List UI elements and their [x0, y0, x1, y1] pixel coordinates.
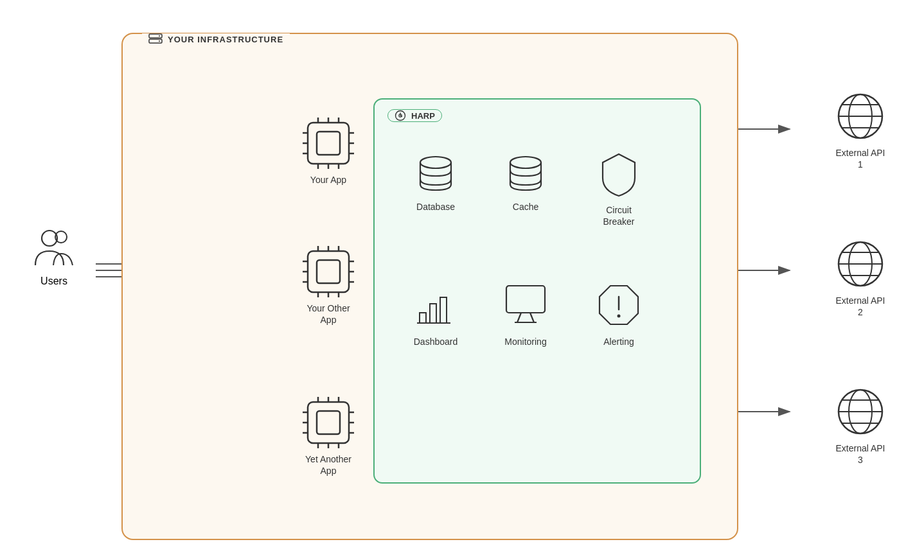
- svg-rect-48: [317, 411, 340, 434]
- yet-another-app-label: Yet AnotherApp: [305, 453, 351, 477]
- users-node: Users: [31, 225, 76, 287]
- infra-label-icon: [148, 33, 163, 46]
- cache-icon: [503, 151, 548, 196]
- cache-label: Cache: [513, 201, 538, 213]
- your-app-label: Your App: [310, 174, 346, 186]
- diagram-container: YOUR INFRASTRUCTURE HARP D: [19, 13, 905, 547]
- your-app-node: Your App: [303, 118, 354, 186]
- infra-label: YOUR INFRASTRUCTURE: [142, 33, 290, 46]
- ext-api-3-globe-icon: [835, 386, 886, 437]
- svg-rect-8: [420, 313, 426, 323]
- alerting-label: Alerting: [603, 336, 634, 347]
- svg-line-13: [517, 313, 521, 322]
- dashboard-label: Dashboard: [414, 336, 458, 347]
- alerting-node: Alerting: [596, 283, 641, 347]
- svg-rect-47: [308, 402, 349, 443]
- svg-rect-33: [308, 251, 349, 292]
- your-app-processor-icon: [303, 118, 354, 169]
- database-label: Database: [416, 201, 455, 213]
- svg-rect-34: [317, 260, 340, 283]
- svg-rect-19: [308, 123, 349, 164]
- svg-point-4: [159, 40, 160, 42]
- users-label: Users: [40, 276, 67, 287]
- ext-api-2-label: External API2: [835, 295, 885, 318]
- dashboard-icon: [413, 286, 458, 331]
- harp-label-text: HARP: [411, 111, 435, 121]
- yet-another-app-processor-icon: [303, 397, 354, 448]
- your-other-app-node: Your OtherApp: [303, 246, 354, 326]
- your-other-app-label: Your OtherApp: [307, 302, 350, 326]
- infra-box: YOUR INFRASTRUCTURE HARP D: [121, 33, 738, 540]
- ext-api-1-globe-icon: [835, 91, 886, 142]
- ext-api-3-node: External API3: [835, 386, 886, 466]
- svg-line-14: [530, 313, 534, 322]
- users-icon: [31, 225, 76, 270]
- svg-rect-12: [506, 286, 545, 313]
- svg-point-3: [159, 35, 160, 37]
- alerting-icon: [596, 283, 641, 331]
- ext-api-2-globe-icon: [835, 238, 886, 290]
- ext-api-1-label: External API1: [835, 147, 885, 170]
- cache-node: Cache: [503, 151, 548, 213]
- harp-box: HARP Database Ca: [373, 98, 701, 484]
- ext-api-3-label: External API3: [835, 442, 885, 466]
- svg-rect-9: [430, 304, 436, 323]
- ext-api-2-node: External API2: [835, 238, 886, 318]
- infra-label-text: YOUR INFRASTRUCTURE: [168, 35, 283, 44]
- circuit-breaker-node: CircuitBreaker: [596, 151, 641, 227]
- yet-another-app-node: Yet AnotherApp: [303, 397, 354, 477]
- circuit-breaker-icon: [596, 151, 641, 199]
- svg-point-6: [420, 157, 451, 168]
- svg-rect-10: [440, 297, 447, 323]
- your-other-app-processor-icon: [303, 246, 354, 297]
- svg-rect-20: [317, 132, 340, 155]
- monitoring-icon: [503, 283, 548, 331]
- dashboard-node: Dashboard: [413, 286, 458, 347]
- monitoring-node: Monitoring: [503, 283, 548, 347]
- monitoring-label: Monitoring: [504, 336, 546, 347]
- svg-point-7: [510, 157, 541, 168]
- harp-label: HARP: [387, 109, 442, 122]
- database-icon: [413, 151, 458, 196]
- circuit-breaker-label: CircuitBreaker: [603, 204, 634, 227]
- database-node: Database: [413, 151, 458, 213]
- svg-point-18: [617, 315, 621, 318]
- ext-api-1-node: External API1: [835, 91, 886, 170]
